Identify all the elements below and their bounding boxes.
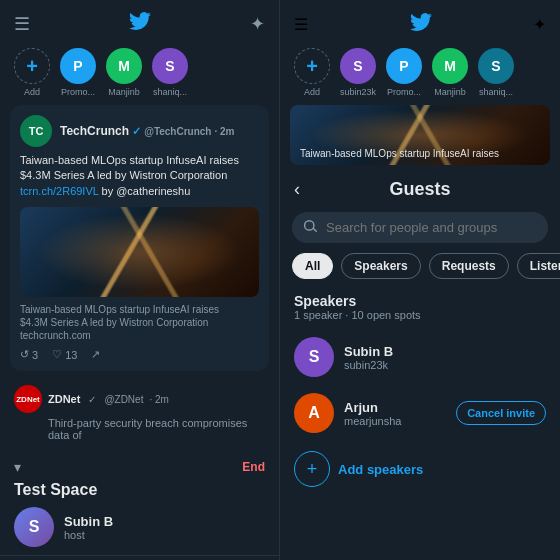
- sparkle-icon-right[interactable]: ✦: [533, 15, 546, 34]
- person-item-arjun: A Arjun mearjunsha Cancel invite: [280, 385, 560, 441]
- like-action[interactable]: ♡ 13: [52, 348, 77, 361]
- verified-badge-left: ✓: [132, 125, 141, 138]
- tweet-image-overlay-left: [20, 207, 259, 297]
- avatar-img-shani-left: S: [152, 48, 188, 84]
- search-input[interactable]: [326, 220, 536, 235]
- avatar-shani-left[interactable]: S shaniq...: [152, 48, 188, 97]
- cancel-invite-button[interactable]: Cancel invite: [456, 401, 546, 425]
- tweet-card-left: TC TechCrunch ✓ @TechCrunch · 2m Taiwan-…: [10, 105, 269, 371]
- like-icon: ♡: [52, 348, 62, 361]
- tweet-text-left: Taiwan-based MLOps startup InfuseAI rais…: [20, 153, 259, 199]
- avatar-label-shaniq-right: shaniq...: [479, 87, 513, 97]
- avatar-img-shaniq-right: S: [478, 48, 514, 84]
- bottom-bar-left: 🔇 🙂 ♡ ↗: [0, 555, 279, 560]
- caption-line2-left: $4.3M Series A led by Wistron Corporatio…: [20, 316, 259, 329]
- tweet-author-left: TechCrunch ✓ @TechCrunch · 2m: [60, 124, 259, 138]
- right-tweet-caption: Taiwan-based MLOps startup InfuseAI rais…: [300, 148, 540, 159]
- filter-tabs: All Speakers Requests Listening: [280, 253, 560, 289]
- host-avatar: S: [14, 507, 54, 547]
- filter-tab-speakers[interactable]: Speakers: [341, 253, 420, 279]
- left-top-bar: ☰ ✦: [0, 0, 279, 44]
- sparkle-icon-left[interactable]: ✦: [250, 13, 265, 35]
- tweet-actions-left: ↺ 3 ♡ 13 ↗: [20, 348, 259, 361]
- filter-tab-all[interactable]: All: [292, 253, 333, 279]
- speakers-title: Speakers: [294, 293, 546, 309]
- avatar-label-add-right: Add: [304, 87, 320, 97]
- avatar-img-manji-left: M: [106, 48, 142, 84]
- share-action[interactable]: ↗: [91, 348, 100, 361]
- right-tweet-image: Taiwan-based MLOps startup InfuseAI rais…: [290, 105, 550, 165]
- twitter-logo-right: [410, 11, 432, 37]
- avatar-manji-left[interactable]: M Manjinb: [106, 48, 142, 97]
- avatar-manji-right[interactable]: M Manjinb: [432, 48, 468, 97]
- tweet-link-author-left: by @catherineshu: [102, 185, 191, 197]
- avatar-label-manji-right: Manjinb: [434, 87, 466, 97]
- avatar-label-add-left: Add: [24, 87, 40, 97]
- end-label: End: [242, 460, 265, 474]
- retweet-icon: ↺: [20, 348, 29, 361]
- add-avatar-right[interactable]: +: [294, 48, 330, 84]
- add-avatar-left[interactable]: +: [14, 48, 50, 84]
- avatar-img-promo-left: P: [60, 48, 96, 84]
- person-name-subin: Subin B: [344, 344, 546, 359]
- space-title: Test Space: [0, 477, 279, 507]
- avatar-shaniq-right[interactable]: S shaniq...: [478, 48, 514, 97]
- person-handle-subin: subin23k: [344, 359, 546, 371]
- filter-tab-listening[interactable]: Listening: [517, 253, 560, 279]
- add-speakers-label: Add speakers: [338, 462, 423, 477]
- avatar-img-subin-right: S: [340, 48, 376, 84]
- retweet-count: 3: [32, 349, 38, 361]
- search-icon: [304, 219, 318, 236]
- avatar-promo-left[interactable]: P Promo...: [60, 48, 96, 97]
- host-name: Subin B: [64, 514, 113, 529]
- person-info-arjun: Arjun mearjunsha: [344, 400, 446, 427]
- second-tweet-left: ZDNet ZDNet ✓ @ZDNet · 2m Third-party se…: [10, 379, 269, 447]
- retweet-action[interactable]: ↺ 3: [20, 348, 38, 361]
- avatar-subin-right[interactable]: S subin23k: [340, 48, 376, 97]
- share-icon: ↗: [91, 348, 100, 361]
- second-tweet-header: ZDNet ZDNet ✓ @ZDNet · 2m: [14, 385, 265, 413]
- caption-line1-left: Taiwan-based MLOps startup InfuseAI rais…: [20, 303, 259, 316]
- person-avatar-arjun: A: [294, 393, 334, 433]
- right-top-bar: ☰ ✦: [280, 0, 560, 44]
- second-tweet-body: Third-party security breach compromises …: [48, 417, 265, 441]
- zdnet-time: · 2m: [149, 394, 168, 405]
- person-name-arjun: Arjun: [344, 400, 446, 415]
- avatar-add-left[interactable]: + Add: [14, 48, 50, 97]
- guests-header: ‹ Guests: [280, 171, 560, 212]
- avatar-add-right[interactable]: + Add: [294, 48, 330, 97]
- person-info-subin: Subin B subin23k: [344, 344, 546, 371]
- search-box[interactable]: [292, 212, 548, 243]
- avatar-label-promo-right: Promo...: [387, 87, 421, 97]
- avatar-label-promo-left: Promo...: [61, 87, 95, 97]
- add-speakers-icon: +: [294, 451, 330, 487]
- person-avatar-subin: S: [294, 337, 334, 377]
- person-handle-arjun: mearjunsha: [344, 415, 446, 427]
- like-count: 13: [65, 349, 77, 361]
- collapse-arrow-icon: ▾: [14, 459, 21, 475]
- tweet-meta-left: TechCrunch ✓ @TechCrunch · 2m: [60, 124, 259, 138]
- author-name-left: TechCrunch: [60, 124, 129, 138]
- guests-title: Guests: [389, 179, 450, 200]
- tweet-link-left[interactable]: tcrn.ch/2R69IVL: [20, 185, 98, 197]
- space-collapse-row[interactable]: ▾ End: [0, 453, 279, 477]
- host-role: host: [64, 529, 113, 541]
- zdnet-author: ZDNet: [48, 393, 80, 405]
- back-button[interactable]: ‹: [294, 179, 300, 200]
- tweet-body-left: Taiwan-based MLOps startup InfuseAI rais…: [20, 154, 239, 181]
- zdnet-logo: ZDNet: [14, 385, 42, 413]
- person-item-subin: S Subin B subin23k: [280, 329, 560, 385]
- add-speakers-row[interactable]: + Add speakers: [280, 441, 560, 497]
- menu-icon-right[interactable]: ☰: [294, 15, 308, 34]
- left-avatars-row: + Add P Promo... M Manjinb S shaniq...: [0, 44, 279, 105]
- menu-icon[interactable]: ☰: [14, 13, 30, 35]
- host-info: Subin B host: [64, 514, 113, 541]
- tweet-image-left: [20, 207, 259, 297]
- tweet-handle-left: @TechCrunch: [144, 126, 211, 137]
- avatar-label-manji-left: Manjinb: [108, 87, 140, 97]
- speakers-subtitle: 1 speaker · 10 open spots: [294, 309, 546, 321]
- filter-tab-requests[interactable]: Requests: [429, 253, 509, 279]
- speakers-section-header: Speakers 1 speaker · 10 open spots: [280, 289, 560, 329]
- avatar-promo-right[interactable]: P Promo...: [386, 48, 422, 97]
- right-panel: ☰ ✦ + Add S subin23k P Promo... M Manjin…: [280, 0, 560, 560]
